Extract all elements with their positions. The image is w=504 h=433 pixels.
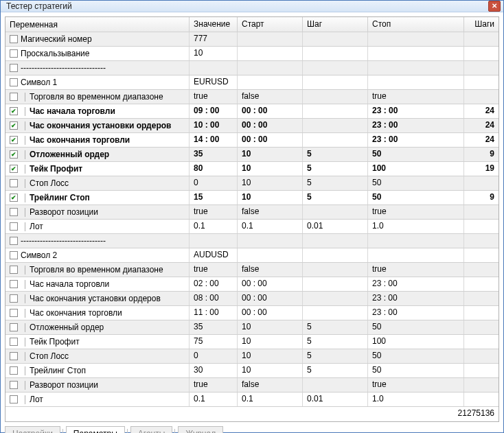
optimize-checkbox[interactable]: [10, 93, 18, 101]
optimize-checkbox[interactable]: [10, 121, 18, 130]
tab-параметры[interactable]: Параметры: [66, 426, 125, 433]
step-cell[interactable]: [303, 90, 368, 104]
value-cell[interactable]: 777: [190, 32, 238, 46]
step-cell[interactable]: 5: [303, 191, 368, 204]
steps-cell[interactable]: 24: [464, 104, 499, 118]
value-cell[interactable]: [190, 61, 238, 75]
tab-агенты[interactable]: Агенты: [130, 426, 173, 433]
tab-журнал[interactable]: Журнал: [178, 426, 223, 433]
steps-cell[interactable]: [464, 47, 499, 60]
step-cell[interactable]: [303, 104, 368, 118]
col-header-steps[interactable]: Шаги: [464, 17, 499, 32]
value-cell[interactable]: 0: [190, 176, 238, 190]
optimize-checkbox[interactable]: [10, 194, 18, 202]
step-cell[interactable]: [303, 263, 368, 277]
stop-cell[interactable]: 100: [368, 335, 464, 349]
table-row[interactable]: Тейк Профит8010510019: [5, 162, 499, 176]
stop-cell[interactable]: [368, 248, 464, 262]
table-row[interactable]: Разворот позицииtruefalsetrue: [5, 378, 499, 393]
start-cell[interactable]: 10: [238, 162, 303, 176]
step-cell[interactable]: 5: [303, 364, 368, 377]
table-row[interactable]: Разворот позицииtruefalsetrue: [5, 205, 499, 220]
start-cell[interactable]: 00 : 00: [238, 306, 303, 320]
optimize-checkbox[interactable]: [10, 222, 18, 231]
table-row[interactable]: Отложенный ордер3510550: [5, 320, 499, 335]
optimize-checkbox[interactable]: [10, 78, 18, 86]
step-cell[interactable]: [303, 61, 368, 75]
optimize-checkbox[interactable]: [10, 49, 18, 58]
step-cell[interactable]: 5: [303, 349, 368, 363]
table-row[interactable]: Трейлинг Стоп15105509: [5, 191, 499, 205]
optimize-checkbox[interactable]: [10, 150, 18, 159]
value-cell[interactable]: 08 : 00: [190, 292, 238, 305]
stop-cell[interactable]: [368, 32, 464, 46]
value-cell[interactable]: 35: [190, 148, 238, 161]
optimize-checkbox[interactable]: [10, 280, 18, 288]
col-header-variable[interactable]: Переменная: [5, 17, 190, 32]
start-cell[interactable]: 10: [238, 349, 303, 363]
step-cell[interactable]: 0.01: [303, 393, 368, 406]
stop-cell[interactable]: 50: [368, 364, 464, 377]
value-cell[interactable]: 30: [190, 364, 238, 377]
steps-cell[interactable]: [464, 234, 499, 248]
stop-cell[interactable]: [368, 75, 464, 89]
stop-cell[interactable]: 1.0: [368, 220, 464, 233]
step-cell[interactable]: [303, 234, 368, 248]
optimize-checkbox[interactable]: [10, 266, 18, 274]
table-row[interactable]: Час начала торговли02 : 0000 : 0023 : 00: [5, 277, 499, 292]
step-cell[interactable]: [303, 205, 368, 219]
steps-cell[interactable]: [464, 61, 499, 75]
steps-cell[interactable]: [464, 248, 499, 262]
start-cell[interactable]: 00 : 00: [238, 133, 303, 147]
steps-cell[interactable]: [464, 378, 499, 392]
value-cell[interactable]: true: [190, 263, 238, 277]
value-cell[interactable]: 75: [190, 335, 238, 349]
stop-cell[interactable]: 23 : 00: [368, 292, 464, 305]
titlebar[interactable]: Тестер стратегий ✕: [1, 1, 503, 12]
stop-cell[interactable]: [368, 61, 464, 75]
table-row[interactable]: Торговля во временном диапазонеtruefalse…: [5, 263, 499, 277]
step-cell[interactable]: [303, 292, 368, 305]
value-cell[interactable]: 10: [190, 47, 238, 60]
steps-cell[interactable]: [464, 263, 499, 277]
value-cell[interactable]: 80: [190, 162, 238, 176]
optimize-checkbox[interactable]: [10, 64, 18, 72]
stop-cell[interactable]: 1.0: [368, 393, 464, 406]
steps-cell[interactable]: 9: [464, 148, 499, 161]
table-row[interactable]: Символ 1EURUSD: [5, 75, 499, 90]
stop-cell[interactable]: 50: [368, 176, 464, 190]
col-header-value[interactable]: Значение: [190, 17, 238, 32]
optimize-checkbox[interactable]: [10, 237, 18, 245]
stop-cell[interactable]: 23 : 00: [368, 306, 464, 320]
steps-cell[interactable]: [464, 349, 499, 363]
value-cell[interactable]: 02 : 00: [190, 277, 238, 291]
step-cell[interactable]: [303, 119, 368, 132]
steps-cell[interactable]: [464, 220, 499, 233]
steps-cell[interactable]: [464, 176, 499, 190]
steps-cell[interactable]: [464, 364, 499, 377]
start-cell[interactable]: 0.1: [238, 393, 303, 406]
steps-cell[interactable]: 24: [464, 133, 499, 147]
stop-cell[interactable]: true: [368, 378, 464, 392]
optimize-checkbox[interactable]: [10, 309, 18, 317]
stop-cell[interactable]: true: [368, 263, 464, 277]
step-cell[interactable]: [303, 75, 368, 89]
step-cell[interactable]: 0.01: [303, 220, 368, 233]
optimize-checkbox[interactable]: [10, 352, 18, 360]
table-row[interactable]: Магический номер777: [5, 32, 499, 47]
start-cell[interactable]: 00 : 00: [238, 292, 303, 305]
start-cell[interactable]: [238, 61, 303, 75]
table-row[interactable]: Час окончания торговли14 : 0000 : 0023 :…: [5, 133, 499, 148]
step-cell[interactable]: [303, 378, 368, 392]
start-cell[interactable]: false: [238, 378, 303, 392]
start-cell[interactable]: 10: [238, 148, 303, 161]
optimize-checkbox[interactable]: [10, 381, 18, 389]
value-cell[interactable]: [190, 234, 238, 248]
steps-cell[interactable]: [464, 32, 499, 46]
optimize-checkbox[interactable]: [10, 179, 18, 187]
optimize-checkbox[interactable]: [10, 338, 18, 346]
start-cell[interactable]: [238, 75, 303, 89]
start-cell[interactable]: 10: [238, 335, 303, 349]
tab-настройки[interactable]: Настройки: [5, 426, 60, 433]
stop-cell[interactable]: 23 : 00: [368, 104, 464, 118]
